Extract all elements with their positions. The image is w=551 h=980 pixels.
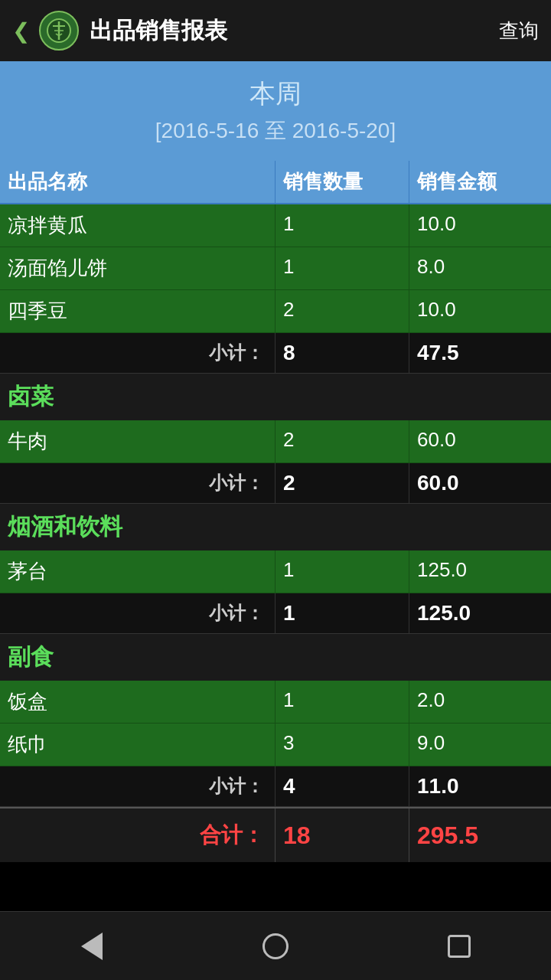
total-label: 合计： xyxy=(0,808,276,862)
item-amount: 9.0 xyxy=(409,724,551,766)
item-name: 凉拌黄瓜 xyxy=(0,204,276,247)
category-group-lucai: 卤菜 牛肉 2 60.0 小计： 2 60.0 xyxy=(0,374,551,504)
item-name: 牛肉 xyxy=(0,420,276,462)
subtotal-amount: 60.0 xyxy=(409,463,551,503)
table-row: 汤面馅儿饼 1 8.0 xyxy=(0,247,551,290)
col-header-qty: 销售数量 xyxy=(276,161,409,203)
subtotal-qty: 2 xyxy=(276,463,409,503)
item-amount: 60.0 xyxy=(409,420,551,462)
category-label: 烟酒和饮料 xyxy=(8,514,122,539)
sales-table: 出品名称 销售数量 销售金额 凉拌黄瓜 1 10.0 汤面馅儿饼 1 8.0 四… xyxy=(0,161,551,911)
table-row: 凉拌黄瓜 1 10.0 xyxy=(0,204,551,247)
item-name: 四季豆 xyxy=(0,290,276,332)
category-group-0: 凉拌黄瓜 1 10.0 汤面馅儿饼 1 8.0 四季豆 2 10.0 小计： 8… xyxy=(0,204,551,374)
item-amount: 8.0 xyxy=(409,247,551,289)
table-row: 牛肉 2 60.0 xyxy=(0,420,551,463)
item-qty: 1 xyxy=(276,681,409,723)
col-header-name: 出品名称 xyxy=(0,161,276,203)
period-header: 本周 [2016-5-16 至 2016-5-20] xyxy=(0,61,551,161)
subtotal-row: 小计： 1 125.0 xyxy=(0,593,551,634)
item-name: 茅台 xyxy=(0,550,276,593)
subtotal-amount: 125.0 xyxy=(409,593,551,633)
category-label-row: 烟酒和饮料 xyxy=(0,504,551,550)
total-qty: 18 xyxy=(276,808,409,862)
subtotal-qty: 4 xyxy=(276,766,409,806)
table-header-row: 出品名称 销售数量 销售金额 xyxy=(0,161,551,204)
query-button[interactable]: 查询 xyxy=(499,18,539,44)
item-name: 汤面馅儿饼 xyxy=(0,247,276,289)
subtotal-qty: 1 xyxy=(276,593,409,633)
app-logo xyxy=(39,11,79,51)
item-amount: 10.0 xyxy=(409,290,551,332)
bottom-navigation xyxy=(0,911,551,980)
col-header-amount: 销售金额 xyxy=(409,161,551,203)
subtotal-label: 小计： xyxy=(0,463,276,503)
item-qty: 1 xyxy=(276,550,409,593)
top-bar: ❮ 出品销售报表 查询 xyxy=(0,0,551,61)
item-amount: 125.0 xyxy=(409,550,551,593)
home-icon xyxy=(262,933,289,959)
item-qty: 2 xyxy=(276,420,409,462)
recent-icon xyxy=(448,935,471,958)
table-row: 四季豆 2 10.0 xyxy=(0,290,551,333)
back-button[interactable]: ❮ xyxy=(12,18,30,44)
nav-back-button[interactable] xyxy=(61,927,122,965)
nav-home-button[interactable] xyxy=(245,927,306,965)
subtotal-qty: 8 xyxy=(276,333,409,373)
subtotal-label: 小计： xyxy=(0,333,276,373)
subtotal-amount: 47.5 xyxy=(409,333,551,373)
subtotal-row: 小计： 2 60.0 xyxy=(0,463,551,504)
item-qty: 2 xyxy=(276,290,409,332)
category-label-row: 卤菜 xyxy=(0,374,551,420)
subtotal-row: 小计： 8 47.5 xyxy=(0,333,551,374)
subtotal-label: 小计： xyxy=(0,593,276,633)
subtotal-label: 小计： xyxy=(0,766,276,806)
item-qty: 3 xyxy=(276,724,409,766)
subtotal-row: 小计： 4 11.0 xyxy=(0,766,551,807)
category-label: 副食 xyxy=(8,644,54,669)
category-label: 卤菜 xyxy=(8,384,54,409)
period-title: 本周 xyxy=(8,77,543,112)
page-title: 出品销售报表 xyxy=(90,15,499,47)
nav-recent-button[interactable] xyxy=(429,927,490,965)
category-group-yanjiu: 烟酒和饮料 茅台 1 125.0 小计： 1 125.0 xyxy=(0,504,551,634)
item-amount: 2.0 xyxy=(409,681,551,723)
table-row: 纸巾 3 9.0 xyxy=(0,724,551,766)
category-label-row: 副食 xyxy=(0,634,551,681)
back-icon xyxy=(81,933,103,960)
item-name: 纸巾 xyxy=(0,724,276,766)
item-amount: 10.0 xyxy=(409,204,551,247)
item-name: 饭盒 xyxy=(0,681,276,723)
item-qty: 1 xyxy=(276,247,409,289)
table-row: 饭盒 1 2.0 xyxy=(0,681,551,724)
category-group-fushi: 副食 饭盒 1 2.0 纸巾 3 9.0 小计： 4 11.0 xyxy=(0,634,551,807)
table-row: 茅台 1 125.0 xyxy=(0,550,551,593)
period-range: [2016-5-16 至 2016-5-20] xyxy=(8,116,543,145)
item-qty: 1 xyxy=(276,204,409,247)
total-row: 合计： 18 295.5 xyxy=(0,807,551,862)
total-amount: 295.5 xyxy=(409,808,551,862)
subtotal-amount: 11.0 xyxy=(409,766,551,806)
